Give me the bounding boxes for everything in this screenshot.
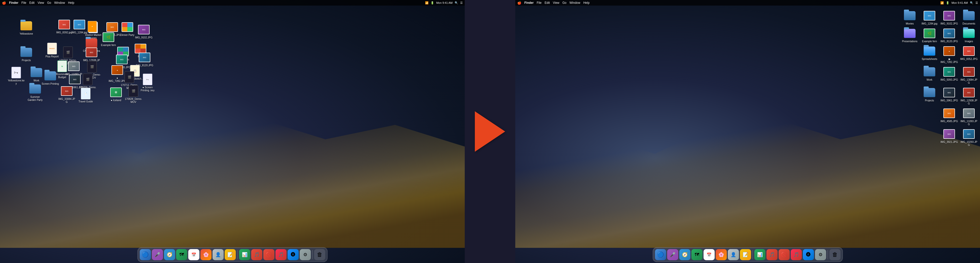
img-11093-right[interactable]: IMG IMG_11093.JPG [960,107,978,126]
dock-numbers-right[interactable]: 📊 [754,249,765,260]
right-desktop: 🍎 Finder File Edit View Go Window Help 📶… [515,0,980,263]
work-folder-right[interactable]: Work [920,66,939,81]
sidebar-row-1: Movies IMG IMG_1284.jpg IMG IMG_9102.JPG [889,10,978,25]
presentations-folder-right[interactable]: Presentations [900,27,919,43]
control-icon-left[interactable]: ☰ [460,1,463,5]
dock-appstore-right[interactable]: 🅐 [803,249,814,260]
window-menu[interactable]: Window [54,1,65,5]
dock-calendar[interactable]: 📅 [188,249,199,260]
dock-settings-right[interactable]: ⚙ [815,249,826,260]
help-menu[interactable]: Help [68,1,74,5]
img-8120-right[interactable]: IMG IMG_8120.JPG [940,27,958,43]
dock-calendar-right[interactable]: 📅 [703,249,715,260]
go-menu-right[interactable]: Go [563,1,566,5]
dock-no-right[interactable]: 🚫 [779,249,790,260]
dock-safari[interactable]: 🧭 [164,249,175,260]
dock-trash-right[interactable]: 🗑 [829,249,840,260]
img-8352-right[interactable]: IMG IMG_8352.JPG [960,45,978,61]
images-folder-right[interactable]: Images [960,27,978,43]
control-icon-right[interactable]: ☰ [975,1,978,5]
dock-music[interactable]: 🎵 [275,249,286,260]
dock-separator-2 [312,250,313,259]
projects-folder[interactable]: Projects [17,46,35,62]
menubar-right-panel: 🍎 Finder File Edit View Go Window Help 📶… [515,0,980,6]
img-5093-right[interactable]: IMG IMG_5093.JPG [940,66,958,81]
battery-right: 🔋 [946,1,950,5]
view-menu[interactable]: View [38,1,44,5]
dock-maps-right[interactable]: 🗺 [691,249,703,260]
dock-music-right[interactable]: 🎵 [791,249,802,260]
finder-menu-item[interactable]: Finder [9,1,18,5]
projects-folder-right[interactable]: Projects [920,86,939,102]
search-icon-right[interactable]: 🔍 [970,1,974,5]
dock-settings[interactable]: ⚙ [300,249,311,260]
img-9102-right[interactable]: IMG IMG_9102.JPG [940,10,958,25]
dock-siri[interactable]: 🎤 [152,249,163,260]
img-9102-left[interactable]: IMG IMG_9102.JPG [135,24,153,39]
apple-menu-left[interactable]: 🍎 [2,1,6,5]
img-12938-right[interactable]: IMG IMG_12938.JPG [960,86,978,105]
img-4585-right[interactable]: IMG IMG_4585.JPG [940,107,958,123]
img-10293-right[interactable]: IMG IMG_10293.JPG [960,128,978,147]
desktop-icons-left: Yellowstone Projects 🗝 Yellowstone.key W… [2,7,463,246]
dock-photos-right[interactable]: 🌸 [716,249,727,260]
movies-folder-right[interactable]: Movies [900,10,919,25]
finder-menu-right[interactable]: Finder [524,1,534,5]
wifi-icon-right: 📶 [940,1,944,5]
dinner-party[interactable]: Dinner Party [118,21,137,37]
dock-safari-right[interactable]: 🧭 [679,249,690,260]
spreadsheets-folder-right[interactable]: Spreadsheets [920,45,939,61]
dock-notes-right[interactable]: 📝 [740,249,751,260]
apple-menu-right[interactable]: 🍎 [517,1,521,5]
dock-photos[interactable]: 🌸 [200,249,212,260]
dock-no[interactable]: 🚫 [263,249,274,260]
example-fern-right[interactable]: 🌿 Example fern [920,27,939,43]
iceland-left[interactable]: ❄ ● Iceland [107,86,125,102]
sidebar-row-6: IMG IMG_4585.JPG IMG IMG_11093.JPG [889,107,978,126]
dock-appstore[interactable]: 🅐 [288,249,299,260]
yellowstone-key[interactable]: 🗝 Yellowstone.key [7,67,25,85]
dock-bars-right[interactable]: 🎵 [767,249,778,260]
edit-menu-right[interactable]: Edit [544,1,550,5]
img-13084-right[interactable]: IMG IMG_13084.JPG [960,66,978,84]
dock-finder-right[interactable]: 🔵 [655,249,666,260]
search-icon-left[interactable]: 🔍 [455,1,458,5]
dock-siri-right[interactable]: 🎤 [667,249,678,260]
travel-guide[interactable]: 📄 Travel Guide [76,88,95,103]
img-5961-right[interactable]: IMG IMG_5961.JPG [940,86,958,102]
img-7282-right[interactable]: ● ◉ IMG_7282.JPG [940,45,958,64]
dock-right: 🔵 🎤 🧭 🗺 📅 🌸 👤 📝 📊 🎵 🚫 [653,247,843,262]
sidebar-row-7: IMG IMG_3921.JPG IMG IMG_10293.JPG [889,128,978,147]
help-menu-right[interactable]: Help [583,1,590,5]
dock-trash[interactable]: 🗑 [314,249,325,260]
dock-contacts[interactable]: 👤 [213,249,224,260]
documents-folder-right[interactable]: Documents [960,10,978,25]
img-3921-right[interactable]: IMG IMG_3921.JPG [940,128,958,143]
left-desktop: 🍎 Finder File Edit View Go Window Help 📶… [0,0,465,263]
dock-contacts-right[interactable]: 👤 [728,249,739,260]
img-33084[interactable]: IMG IMG_33084.JPG [57,85,76,104]
summer-garden-folder[interactable]: Summer Garden Party [26,83,44,102]
dock-numbers[interactable]: 📊 [239,249,250,260]
dock-separator-right-2 [827,250,828,259]
dock-finder[interactable]: 🔵 [140,249,151,260]
go-menu[interactable]: Go [47,1,51,5]
file-menu-right[interactable]: File [537,1,542,5]
wifi-icon: 📶 [425,1,429,5]
demo-828-mov[interactable]: 🎬 170828_Demo.MOV [124,85,143,104]
file-menu[interactable]: File [21,1,26,5]
dock-notes[interactable]: 📝 [225,249,236,260]
img-1284-right[interactable]: IMG IMG_1284.jpg [920,10,939,25]
pisa-report[interactable]: PAGES Pisa Report [43,43,61,58]
dock-bars[interactable]: 🎵 [251,249,262,260]
window-menu-right[interactable]: Window [570,1,581,5]
clock-right: Mon 9:41 AM [951,1,968,4]
example-fern-left[interactable]: 🌿 Example fern [99,31,118,47]
edit-menu[interactable]: Edit [29,1,35,5]
view-menu-right[interactable]: View [553,1,560,5]
dock-maps[interactable]: 🗺 [176,249,187,260]
menubar-right-left: 📶 🔋 Mon 9:41 AM 🔍 ☰ [425,1,463,5]
yellowstone-folder[interactable]: Yellowstone [17,20,35,35]
sidebar-row-5: Projects IMG IMG_5961.JPG IMG IMG_12938.… [889,86,978,105]
menubar-right-right: 📶 🔋 Mon 9:41 AM 🔍 ☰ [940,1,978,5]
